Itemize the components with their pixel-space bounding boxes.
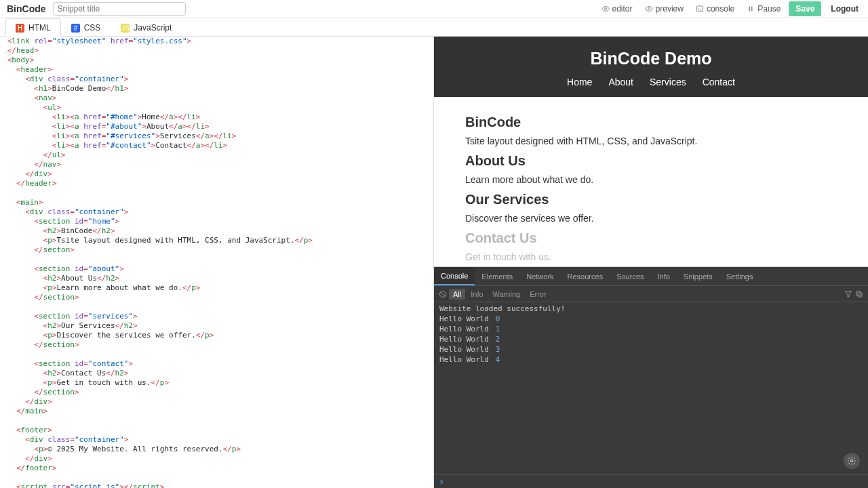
console-log[interactable]: Website loaded successfully!Hello World0… <box>434 302 868 474</box>
js-icon: JS <box>121 24 130 33</box>
devtools-tab-settings[interactable]: Settings <box>719 267 760 285</box>
eye-icon <box>601 5 610 13</box>
snippet-title-input[interactable] <box>53 2 186 16</box>
svg-rect-3 <box>749 6 751 11</box>
topbar: BinCode editor preview console Pause Sav… <box>0 0 868 18</box>
tab-html[interactable]: H HTML <box>5 18 61 37</box>
pause-icon <box>747 5 755 13</box>
console-line: Website loaded successfully! <box>434 304 868 314</box>
filter-funnel-icon[interactable] <box>844 289 853 299</box>
console-line: Hello World0 <box>434 314 868 324</box>
tab-css[interactable]: # CSS <box>61 18 111 37</box>
preview-nav-about[interactable]: About <box>608 77 633 87</box>
console-line: Hello World3 <box>434 344 868 354</box>
svg-point-8 <box>850 460 853 462</box>
terminal-icon <box>696 5 704 13</box>
tab-javascript[interactable]: JS JavaScript <box>111 18 182 37</box>
console-line: Hello World4 <box>434 354 868 365</box>
eye-icon <box>645 5 653 13</box>
chevron-right-icon <box>438 479 445 485</box>
devtools-tab-snippets[interactable]: Snippets <box>677 267 719 285</box>
css-icon: # <box>71 24 80 33</box>
svg-point-1 <box>648 7 650 9</box>
filter-error[interactable]: Error <box>526 289 550 300</box>
preview-title: BinCode Demo <box>434 49 868 68</box>
devtools-tab-elements[interactable]: Elements <box>475 267 519 285</box>
pause-button[interactable]: Pause <box>743 1 785 16</box>
preview-nav-contact[interactable]: Contact <box>703 77 735 87</box>
preview-section-heading: BinCode <box>465 115 837 130</box>
devtools-settings-button[interactable] <box>844 453 860 469</box>
filter-all[interactable]: All <box>449 289 465 300</box>
preview-nav-home[interactable]: Home <box>567 77 592 87</box>
preview-section-text: Discover the services we offer. <box>465 213 837 224</box>
console-toggle[interactable]: console <box>692 1 738 16</box>
logo: BinCode <box>4 3 49 14</box>
devtools-filterbar: All Info Warning Error <box>434 286 868 302</box>
filter-warning[interactable]: Warning <box>489 289 525 300</box>
logout-button[interactable]: Logout <box>825 1 864 16</box>
code-editor-pane[interactable]: <link rel="stylesheet" href="styles.css"… <box>0 37 434 488</box>
devtools-tabs: Console Elements Network Resources Sourc… <box>434 267 868 286</box>
svg-rect-4 <box>751 6 753 11</box>
preview-section-text: Learn more about what we do. <box>465 174 837 185</box>
code-editor[interactable]: <link rel="stylesheet" href="styles.css"… <box>0 37 433 488</box>
html-icon: H <box>16 24 24 33</box>
preview-section-heading: Our Services <box>465 192 837 207</box>
gear-icon <box>847 456 856 466</box>
preview-section-text: Tsite layout designed with HTML, CSS, an… <box>465 136 837 146</box>
preview-body: BinCode Tsite layout designed with HTML,… <box>434 97 868 267</box>
preview-section-heading: About Us <box>465 153 837 169</box>
svg-rect-7 <box>856 291 861 296</box>
console-line: Hello World2 <box>434 334 868 344</box>
svg-rect-2 <box>696 6 703 12</box>
preview-section-heading: Contact Us <box>465 230 837 246</box>
filter-info[interactable]: Info <box>467 289 487 300</box>
devtools-tab-info[interactable]: Info <box>651 267 677 285</box>
main-split: <link rel="stylesheet" href="styles.css"… <box>0 37 868 488</box>
console-line: Hello World1 <box>434 324 868 334</box>
preview-section-text: Get in touch with us. <box>465 251 837 262</box>
preview-header: BinCode Demo Home About Services Contact <box>434 37 868 97</box>
svg-point-0 <box>604 7 606 9</box>
devtools-tab-console[interactable]: Console <box>434 267 475 285</box>
copy-icon[interactable] <box>854 289 864 299</box>
right-pane: BinCode Demo Home About Services Contact… <box>434 37 868 488</box>
devtools-panel: Console Elements Network Resources Sourc… <box>434 267 868 488</box>
svg-rect-6 <box>858 293 862 297</box>
devtools-tab-network[interactable]: Network <box>519 267 560 285</box>
preview-toggle[interactable]: preview <box>641 1 688 16</box>
devtools-tab-sources[interactable]: Sources <box>610 267 650 285</box>
console-prompt[interactable] <box>434 474 868 488</box>
clear-console-icon[interactable] <box>438 289 448 299</box>
save-button[interactable]: Save <box>789 1 821 16</box>
preview-nav-services[interactable]: Services <box>650 77 686 87</box>
preview-pane[interactable]: BinCode Demo Home About Services Contact… <box>434 37 868 267</box>
preview-nav: Home About Services Contact <box>434 77 868 87</box>
editor-toggle[interactable]: editor <box>597 1 637 16</box>
devtools-tab-resources[interactable]: Resources <box>561 267 610 285</box>
editor-tabs: H HTML # CSS JS JavaScript <box>0 18 868 37</box>
